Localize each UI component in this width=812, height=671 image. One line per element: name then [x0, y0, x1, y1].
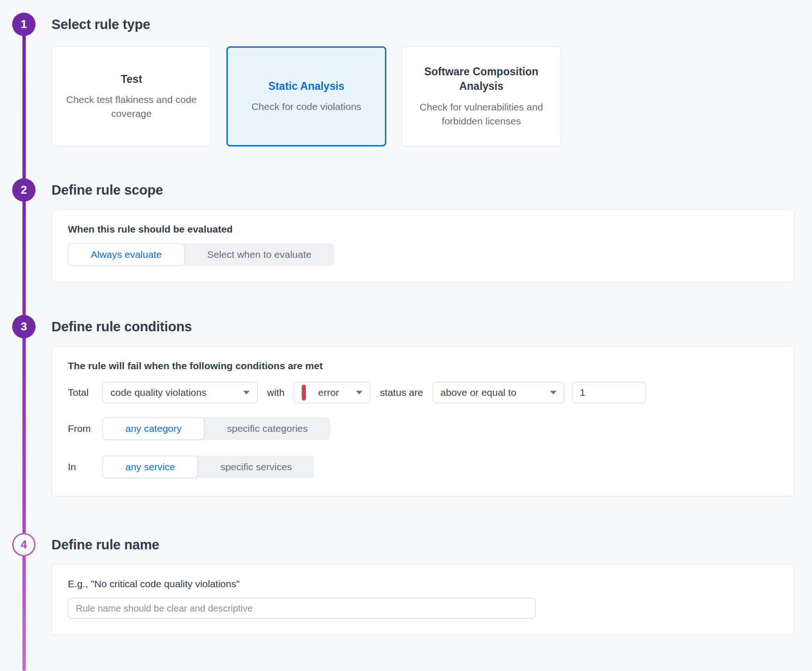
- rule-name-input[interactable]: [68, 598, 536, 619]
- condition-row-threshold: Total code quality violations with error…: [68, 382, 778, 403]
- toggle-specific-services[interactable]: specific services: [198, 456, 314, 478]
- rule-conditions-panel: The rule will fail when the following co…: [51, 346, 794, 496]
- toggle-always-evaluate[interactable]: Always evaluate: [68, 243, 185, 266]
- condition-word-status-are: status are: [380, 387, 423, 398]
- chevron-down-icon: [243, 391, 250, 394]
- rule-type-card-test[interactable]: Test Check test flakiness and code cover…: [51, 46, 211, 146]
- rule-name-example-label: E.g., "No critical code quality violatio…: [68, 578, 778, 590]
- step-3-title: Define rule conditions: [51, 319, 192, 335]
- metric-dropdown-value: code quality violations: [110, 387, 206, 398]
- rule-type-card-group: Test Check test flakiness and code cover…: [51, 46, 794, 146]
- condition-row-category: From any category specific categories: [68, 417, 778, 440]
- step-4-title: Define rule name: [51, 537, 160, 553]
- condition-prefix-total: Total: [68, 387, 95, 398]
- step-select-rule-type: 1 Select rule type Test Check test flaki…: [0, 0, 812, 146]
- service-toggle-group: any service specific services: [102, 456, 314, 478]
- rule-type-card-static-analysis[interactable]: Static Analysis Check for code violation…: [226, 46, 386, 146]
- comparator-dropdown-value: above or equal to: [441, 387, 516, 398]
- severity-dropdown-value: error: [318, 387, 339, 398]
- rule-type-description: Check for code violations: [252, 100, 362, 114]
- rule-type-title: Software Composition Analysis: [415, 65, 548, 94]
- step-define-rule-scope: 2 Define rule scope When this rule shoul…: [0, 178, 812, 282]
- comparator-dropdown[interactable]: above or equal to: [433, 382, 565, 403]
- evaluation-toggle-group: Always evaluate Select when to evaluate: [68, 243, 334, 266]
- toggle-any-service[interactable]: any service: [102, 456, 198, 478]
- rule-type-description: Check test flakiness and code coverage: [65, 93, 198, 121]
- rule-scope-panel: When this rule should be evaluated Alway…: [51, 209, 794, 282]
- condition-row-service: In any service specific services: [68, 456, 778, 478]
- step-4-badge: 4: [12, 533, 36, 556]
- conditions-fail-label: The rule will fail when the following co…: [68, 360, 778, 372]
- step-2-badge: 2: [12, 178, 36, 202]
- step-1-title: Select rule type: [51, 17, 150, 32]
- chevron-down-icon: [356, 391, 362, 394]
- rule-type-card-software-composition-analysis[interactable]: Software Composition Analysis Check for …: [401, 46, 561, 146]
- step-3-badge: 3: [12, 315, 36, 338]
- scope-evaluation-label: When this rule should be evaluated: [68, 224, 778, 235]
- chevron-down-icon: [550, 391, 557, 394]
- step-define-rule-conditions: 3 Define rule conditions The rule will f…: [0, 315, 812, 496]
- toggle-any-category[interactable]: any category: [102, 417, 204, 440]
- severity-dropdown[interactable]: error: [294, 382, 370, 403]
- rule-type-title: Test: [121, 72, 142, 87]
- step-2-title: Define rule scope: [51, 182, 163, 198]
- step-define-rule-name: 4 Define rule name E.g., "No critical co…: [0, 533, 812, 635]
- rule-name-panel: E.g., "No critical code quality violatio…: [51, 564, 794, 635]
- toggle-specific-categories[interactable]: specific categories: [204, 417, 330, 440]
- rule-type-title: Static Analysis: [268, 79, 345, 94]
- metric-dropdown[interactable]: code quality violations: [102, 382, 258, 403]
- severity-color-bar: [302, 385, 306, 401]
- condition-word-with: with: [267, 387, 284, 398]
- condition-prefix-from: From: [68, 423, 95, 434]
- rule-type-description: Check for vulnerabilities and forbidden …: [415, 100, 548, 128]
- condition-prefix-in: In: [68, 461, 95, 473]
- threshold-input[interactable]: [572, 382, 646, 403]
- rule-creation-wizard: 1 Select rule type Test Check test flaki…: [0, 0, 812, 671]
- toggle-select-when-to-evaluate[interactable]: Select when to evaluate: [185, 243, 334, 266]
- category-toggle-group: any category specific categories: [102, 417, 330, 440]
- step-1-badge: 1: [12, 13, 36, 36]
